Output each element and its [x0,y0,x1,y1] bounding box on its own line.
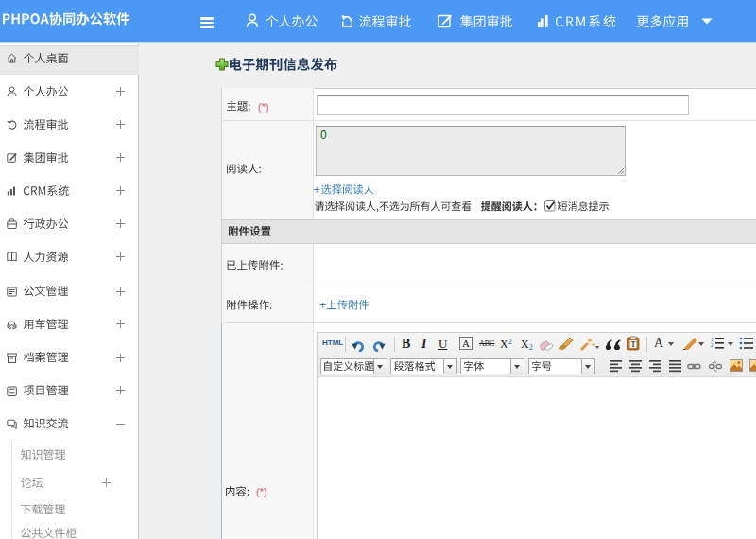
svg-text:A: A [462,338,470,349]
svg-text:2: 2 [711,342,714,348]
svg-text:T: T [630,340,635,349]
